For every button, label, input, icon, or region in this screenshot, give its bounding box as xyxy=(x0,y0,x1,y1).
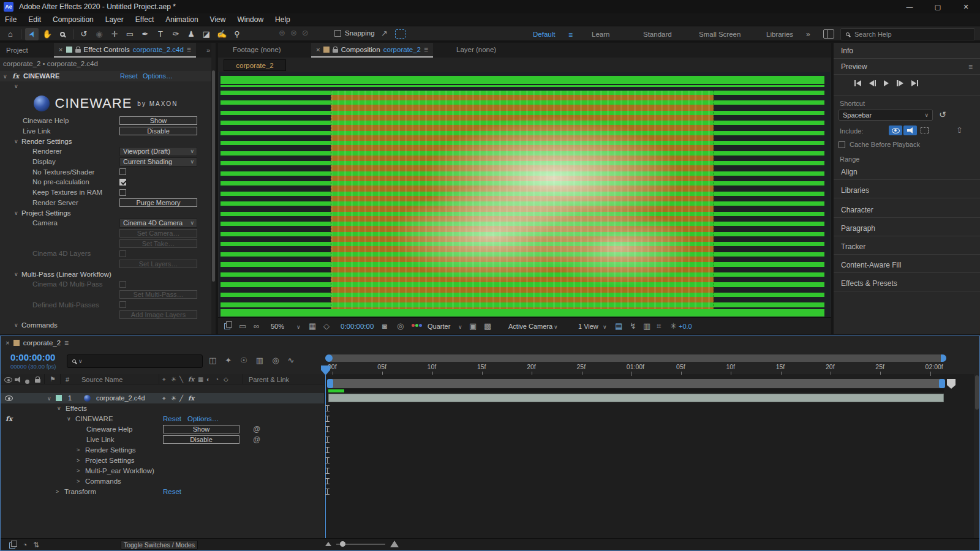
include-audio-toggle[interactable] xyxy=(903,126,917,135)
close-tab-icon[interactable]: × xyxy=(316,46,320,53)
show-button[interactable]: Show xyxy=(119,116,197,125)
play-button[interactable] xyxy=(884,80,889,87)
snapshot-icon[interactable]: ◙ xyxy=(382,321,387,331)
pixel-aspect-icon[interactable]: ▤ xyxy=(615,321,622,331)
minimize-button[interactable]: — xyxy=(895,0,924,13)
no-textures-shader-checkbox[interactable] xyxy=(119,168,126,175)
hand-tool[interactable]: ✋ xyxy=(40,28,54,40)
options-link[interactable]: Options… xyxy=(187,415,219,422)
share-frame-icon[interactable]: ⇧ xyxy=(956,126,963,135)
camera-select[interactable]: Cinema 4D Camera∨ xyxy=(119,219,197,228)
maximize-button[interactable]: ▢ xyxy=(924,0,952,13)
menu-edit[interactable]: Edit xyxy=(28,15,41,24)
navigator-start-handle[interactable] xyxy=(325,354,333,362)
show-button[interactable]: Show xyxy=(163,425,239,433)
type-tool[interactable]: T xyxy=(154,28,167,40)
panel-tracker[interactable]: Tracker xyxy=(834,239,980,255)
chevron-right-icon[interactable]: > xyxy=(56,489,59,495)
disable-button[interactable]: Disable xyxy=(163,435,239,444)
tab-layer[interactable]: Layer (none) xyxy=(456,46,496,53)
camera-tool[interactable]: ◉ xyxy=(92,28,106,40)
chevron-right-icon[interactable]: > xyxy=(77,468,80,474)
selection-tool[interactable]: ➤ xyxy=(25,28,39,40)
workspace-learn[interactable]: Learn xyxy=(592,31,609,38)
toggle-switches-modes-button[interactable]: Toggle Switches / Modes xyxy=(121,540,198,550)
layer-name[interactable]: corporate_2.c4d xyxy=(96,394,145,402)
flowchart-icon[interactable]: ⌗ xyxy=(657,321,661,331)
zoom-out-icon[interactable] xyxy=(325,542,331,546)
fx-switch-icon[interactable]: fx xyxy=(188,395,194,402)
tab-target-link[interactable]: corporate_2.c4d xyxy=(133,46,184,53)
manage-workspaces-icon[interactable] xyxy=(823,29,834,39)
panel-menu-icon[interactable]: ≡ xyxy=(968,62,973,71)
expression-icon[interactable]: @ xyxy=(253,425,260,433)
include-video-toggle[interactable] xyxy=(889,126,902,135)
timeline-search-field[interactable]: ∨ xyxy=(67,354,203,368)
panel-paragraph[interactable]: Paragraph xyxy=(834,220,980,236)
snapping-checkbox[interactable] xyxy=(334,30,341,37)
search-help-field[interactable]: Search Help xyxy=(840,28,975,40)
pan-behind-tool[interactable]: ✛ xyxy=(108,28,121,40)
puppet-pin-tool[interactable]: ⚲ xyxy=(230,28,244,40)
roto-brush-tool[interactable]: ✍ xyxy=(215,28,228,40)
workspace-standard[interactable]: Standard xyxy=(643,31,672,38)
chevron-down-icon[interactable]: ∨ xyxy=(3,73,7,80)
layer-duration-bar[interactable] xyxy=(328,394,944,402)
navigator-end-handle[interactable] xyxy=(941,354,946,362)
chevron-down-icon[interactable]: ∨ xyxy=(47,395,51,402)
resolution-select[interactable]: Quarter xyxy=(428,323,450,330)
tl-row-effects[interactable]: ∨Effects xyxy=(1,403,324,414)
chevron-down-icon[interactable]: ∨ xyxy=(458,324,462,330)
panel-menu-icon[interactable]: ≡ xyxy=(424,45,428,54)
zoom-slider[interactable] xyxy=(336,544,385,545)
next-frame-button[interactable] xyxy=(897,80,903,87)
close-tab-icon[interactable]: × xyxy=(6,339,10,347)
work-area-end-handle[interactable] xyxy=(939,379,945,388)
work-area-start-handle[interactable] xyxy=(327,379,333,388)
comp-subtab[interactable]: corporate_2 xyxy=(224,59,286,71)
workspace-default[interactable]: Default xyxy=(533,31,555,38)
chevron-right-icon[interactable]: > xyxy=(77,457,80,463)
current-timecode[interactable]: 0:00:00:00 xyxy=(10,352,55,362)
graph-editor-icon[interactable]: ∿ xyxy=(288,356,295,365)
quality-switch-icon[interactable]: ☀ xyxy=(171,395,176,402)
lock-icon[interactable] xyxy=(333,49,338,53)
view-axis-icon[interactable]: ⊘ xyxy=(302,28,309,37)
parent-link-column[interactable]: Parent & Link xyxy=(249,376,289,383)
tl-row-live-link[interactable]: Live LinkDisable@ xyxy=(1,435,324,445)
tl-row-render-settings[interactable]: >Render Settings xyxy=(1,445,324,455)
composition-viewport[interactable] xyxy=(219,72,831,317)
comp-mini-flowchart-icon[interactable]: ◫ xyxy=(209,356,216,365)
chevron-down-icon[interactable]: ∨ xyxy=(67,416,71,422)
exposure-icon[interactable]: ✳ xyxy=(670,321,677,331)
expand-in-out-icon[interactable]: ⇅ xyxy=(33,541,39,549)
chevron-down-icon[interactable]: ∨ xyxy=(14,138,18,144)
home-tool[interactable]: ⌂ xyxy=(4,28,17,40)
view-count-select[interactable]: 1 View xyxy=(578,323,598,330)
chevron-down-icon[interactable]: ∨ xyxy=(554,324,558,330)
close-button[interactable]: ✕ xyxy=(952,0,980,13)
more-tabs-icon[interactable]: » xyxy=(206,47,210,54)
panel-menu-icon[interactable]: ≡ xyxy=(64,339,69,347)
expand-layer-switches-icon[interactable] xyxy=(9,541,17,548)
menu-window[interactable]: Window xyxy=(237,15,263,24)
anchor-switch-icon[interactable]: ⌖ xyxy=(162,395,166,402)
zoom-in-icon[interactable] xyxy=(390,541,399,547)
shortcut-select[interactable]: Spacebar ∨ xyxy=(839,110,933,121)
renderer-select[interactable]: Viewport (Draft)∨ xyxy=(119,147,197,156)
purge-memory-button[interactable]: Purge Memory xyxy=(119,198,197,207)
menu-file[interactable]: File xyxy=(5,15,17,24)
scrollbar[interactable] xyxy=(974,374,979,538)
snap-region-icon[interactable] xyxy=(395,29,405,39)
layer-color-swatch[interactable] xyxy=(56,395,62,401)
panel-libraries[interactable]: Libraries xyxy=(834,182,980,198)
time-navigator[interactable] xyxy=(325,354,946,362)
previous-frame-button[interactable] xyxy=(869,80,876,87)
tab-effect-controls[interactable]: × Effect Controls corporate_2.c4d ≡ xyxy=(54,43,196,58)
panel-character[interactable]: Character xyxy=(834,202,980,218)
hide-shy-layers-icon[interactable]: ☉ xyxy=(240,356,247,365)
tl-row-multi-p-ear-workflow[interactable]: >Multi-P_ear Workflow) xyxy=(1,466,324,476)
exposure-value[interactable]: +0.0 xyxy=(679,323,692,330)
include-overlays-toggle[interactable] xyxy=(918,126,930,135)
world-axis-icon[interactable]: ⊗ xyxy=(290,28,297,37)
